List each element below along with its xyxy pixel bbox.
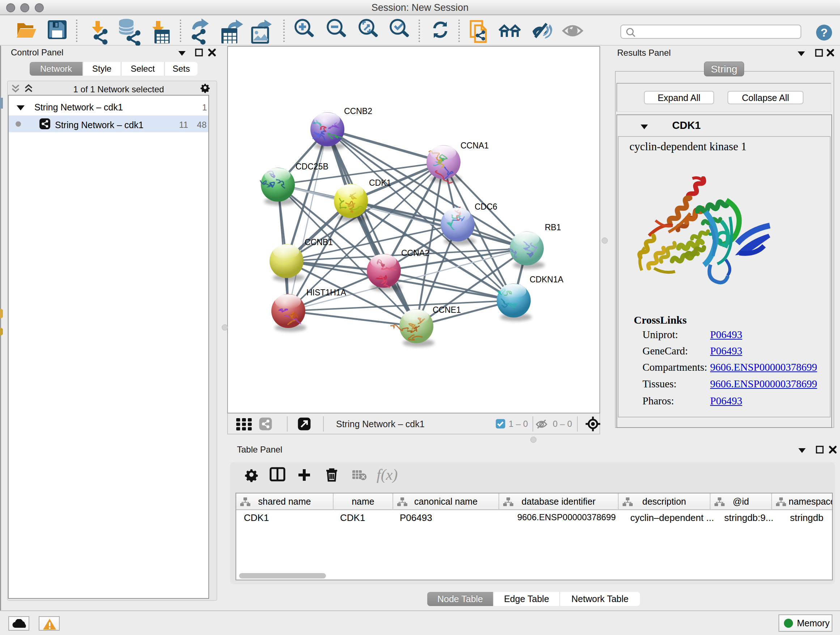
svg-text:CDK1: CDK1 xyxy=(369,178,391,187)
svg-text:?: ? xyxy=(821,26,828,39)
svg-text:CCNB1: CCNB1 xyxy=(305,238,333,247)
svg-text:CCNA1: CCNA1 xyxy=(461,141,489,150)
svg-text:HIST1H1A: HIST1H1A xyxy=(306,288,347,297)
svg-text:CCNB2: CCNB2 xyxy=(344,106,372,116)
svg-text:CDC25B: CDC25B xyxy=(295,162,328,171)
svg-text:CDC6: CDC6 xyxy=(475,202,497,211)
svg-text:CDKN1A: CDKN1A xyxy=(530,275,564,284)
svg-text:CCNE1: CCNE1 xyxy=(433,305,461,315)
svg-text:CCNA2: CCNA2 xyxy=(401,249,429,258)
svg-text:RB1: RB1 xyxy=(545,223,561,232)
